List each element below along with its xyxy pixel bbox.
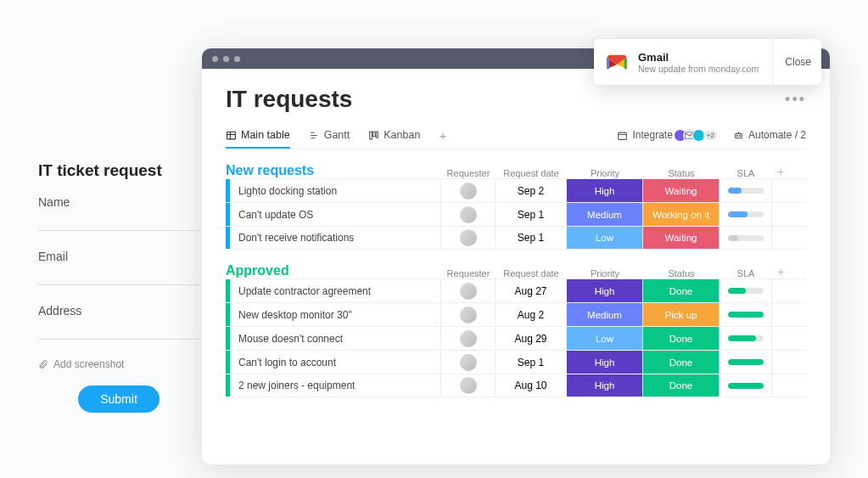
date-cell[interactable]: Aug 27 bbox=[496, 279, 567, 302]
integrate-icon bbox=[617, 130, 628, 141]
row-extra-cell bbox=[772, 227, 789, 249]
address-input[interactable] bbox=[38, 323, 199, 340]
col-sla: SLA bbox=[720, 268, 772, 278]
priority-cell[interactable]: Low bbox=[567, 327, 643, 350]
requester-cell[interactable] bbox=[441, 374, 496, 396]
priority-cell[interactable]: Medium bbox=[567, 203, 643, 226]
priority-cell[interactable]: High bbox=[567, 279, 643, 302]
table-row[interactable]: Lighto docking stationSep 2HighWaiting bbox=[226, 178, 806, 202]
priority-cell[interactable]: Medium bbox=[567, 303, 643, 326]
name-input[interactable] bbox=[38, 214, 199, 231]
add-screenshot-button[interactable]: Add screenshot bbox=[38, 358, 199, 370]
date-cell[interactable]: Aug 2 bbox=[496, 303, 567, 326]
tab-main-table[interactable]: Main table bbox=[226, 129, 290, 148]
col-requester: Requester bbox=[441, 268, 496, 278]
requester-cell[interactable] bbox=[441, 203, 496, 226]
date-cell[interactable]: Sep 1 bbox=[496, 227, 567, 249]
requester-cell[interactable] bbox=[441, 279, 496, 302]
table-row[interactable]: Don't receive notificationsSep 1LowWaiti… bbox=[226, 226, 806, 250]
requester-cell[interactable] bbox=[441, 327, 496, 350]
group-name[interactable]: New requests bbox=[226, 163, 441, 178]
window-dot-icon bbox=[234, 56, 240, 62]
group-name[interactable]: Approved bbox=[226, 263, 441, 278]
item-name[interactable]: Don't receive notifications bbox=[230, 227, 441, 249]
automate-button[interactable]: Automate / 2 bbox=[733, 129, 806, 141]
avatar bbox=[460, 183, 477, 200]
row-extra-cell bbox=[772, 279, 789, 302]
priority-cell[interactable]: High bbox=[567, 179, 643, 202]
status-cell[interactable]: Done bbox=[643, 374, 720, 396]
toast-title: Gmail bbox=[638, 51, 772, 64]
status-cell[interactable]: Waiting bbox=[643, 227, 720, 249]
date-cell[interactable]: Aug 10 bbox=[496, 374, 567, 396]
paperclip-icon bbox=[38, 359, 48, 369]
kanban-icon bbox=[368, 130, 379, 141]
table-row[interactable]: New desktop monitor 30"Aug 2MediumPick u… bbox=[226, 302, 806, 326]
svg-point-6 bbox=[736, 135, 737, 136]
status-cell[interactable]: Pick up bbox=[643, 303, 720, 326]
requester-cell[interactable] bbox=[441, 351, 496, 374]
priority-cell[interactable]: Low bbox=[567, 227, 643, 249]
avatar bbox=[460, 377, 477, 394]
sla-cell[interactable] bbox=[720, 279, 772, 302]
priority-cell[interactable]: High bbox=[567, 351, 643, 374]
avatar bbox=[460, 330, 477, 347]
sla-cell[interactable] bbox=[720, 227, 772, 249]
priority-cell[interactable]: High bbox=[567, 374, 643, 396]
sla-cell[interactable] bbox=[720, 179, 772, 202]
board-title: IT requests bbox=[226, 86, 352, 113]
form-title: IT ticket request bbox=[38, 161, 199, 180]
item-name[interactable]: New desktop monitor 30" bbox=[230, 303, 441, 326]
col-status: Status bbox=[643, 168, 720, 178]
integrate-button[interactable]: Integrate +2 bbox=[617, 129, 718, 142]
add-view-button[interactable]: + bbox=[439, 128, 446, 149]
col-date: Request date bbox=[496, 168, 567, 178]
col-status: Status bbox=[643, 268, 720, 278]
item-name[interactable]: Update contractor agreement bbox=[230, 279, 441, 302]
email-input[interactable] bbox=[38, 268, 199, 285]
table-row[interactable]: Can't login to accountSep 1HighDone bbox=[226, 350, 806, 374]
more-menu-button[interactable]: ••• bbox=[785, 91, 806, 109]
sla-cell[interactable] bbox=[720, 203, 772, 226]
add-column-button[interactable]: + bbox=[772, 265, 789, 278]
date-cell[interactable]: Aug 29 bbox=[496, 327, 567, 350]
svg-rect-3 bbox=[376, 132, 378, 138]
avatar bbox=[460, 283, 477, 300]
table-row[interactable]: Update contractor agreementAug 27HighDon… bbox=[226, 278, 806, 302]
item-name[interactable]: Mouse doesn't connect bbox=[230, 327, 441, 350]
svg-rect-2 bbox=[373, 132, 376, 136]
row-extra-cell bbox=[772, 303, 789, 326]
submit-button[interactable]: Submit bbox=[78, 385, 160, 413]
sla-cell[interactable] bbox=[720, 303, 772, 326]
table-row[interactable]: Mouse doesn't connectAug 29LowDone bbox=[226, 326, 806, 350]
col-requester: Requester bbox=[441, 168, 496, 178]
tab-kanban[interactable]: Kanban bbox=[368, 129, 420, 148]
item-name[interactable]: 2 new joiners - equipment bbox=[230, 374, 441, 396]
date-cell[interactable]: Sep 2 bbox=[496, 179, 567, 202]
sla-cell[interactable] bbox=[720, 374, 772, 396]
requester-cell[interactable] bbox=[441, 303, 496, 326]
status-cell[interactable]: Done bbox=[643, 279, 720, 302]
status-cell[interactable]: Working on it bbox=[643, 203, 720, 226]
row-extra-cell bbox=[772, 351, 789, 374]
status-cell[interactable]: Done bbox=[643, 351, 720, 374]
add-column-button[interactable]: + bbox=[772, 165, 789, 178]
gmail-icon bbox=[604, 49, 630, 75]
table-row[interactable]: 2 new joiners - equipmentAug 10HighDone bbox=[226, 374, 806, 397]
requester-cell[interactable] bbox=[441, 179, 496, 202]
tab-gantt[interactable]: Gantt bbox=[309, 129, 350, 148]
sla-cell[interactable] bbox=[720, 327, 772, 350]
sla-cell[interactable] bbox=[720, 351, 772, 374]
status-cell[interactable]: Waiting bbox=[643, 179, 720, 202]
status-cell[interactable]: Done bbox=[643, 327, 720, 350]
item-name[interactable]: Can't login to account bbox=[230, 351, 441, 374]
item-name[interactable]: Lighto docking station bbox=[230, 179, 441, 202]
table-icon bbox=[226, 130, 237, 141]
requester-cell[interactable] bbox=[441, 227, 496, 249]
toast-close-button[interactable]: Close bbox=[772, 39, 811, 85]
avatar bbox=[460, 306, 477, 323]
item-name[interactable]: Can't update OS bbox=[230, 203, 441, 226]
date-cell[interactable]: Sep 1 bbox=[496, 203, 567, 226]
table-row[interactable]: Can't update OSSep 1MediumWorking on it bbox=[226, 202, 806, 226]
date-cell[interactable]: Sep 1 bbox=[496, 351, 567, 374]
